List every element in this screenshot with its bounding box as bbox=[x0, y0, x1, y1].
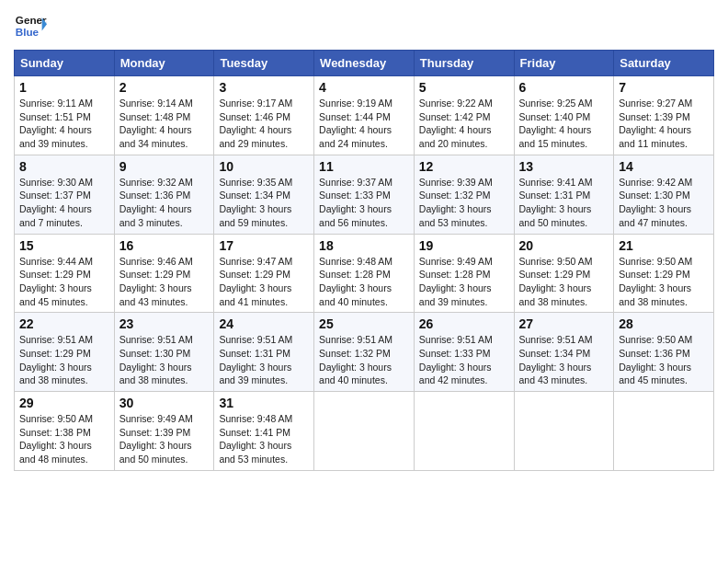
logo-icon: General Blue bbox=[14, 9, 47, 42]
calendar-cell bbox=[514, 392, 614, 471]
calendar-cell: 11Sunrise: 9:37 AM Sunset: 1:33 PM Dayli… bbox=[314, 155, 415, 234]
weekday-header-wednesday: Wednesday bbox=[314, 51, 415, 76]
logo: General Blue bbox=[14, 9, 47, 42]
day-number: 19 bbox=[419, 238, 509, 253]
calendar-cell bbox=[614, 392, 714, 471]
day-info: Sunrise: 9:35 AM Sunset: 1:34 PM Dayligh… bbox=[219, 176, 309, 230]
weekday-header-thursday: Thursday bbox=[414, 51, 514, 76]
day-info: Sunrise: 9:27 AM Sunset: 1:39 PM Dayligh… bbox=[619, 97, 709, 151]
day-number: 15 bbox=[19, 238, 109, 253]
weekday-header-sunday: Sunday bbox=[15, 51, 115, 76]
calendar-cell: 28Sunrise: 9:50 AM Sunset: 1:36 PM Dayli… bbox=[614, 313, 714, 392]
calendar-cell: 9Sunrise: 9:32 AM Sunset: 1:36 PM Daylig… bbox=[114, 155, 214, 234]
day-number: 2 bbox=[119, 80, 210, 95]
weekday-header-saturday: Saturday bbox=[614, 51, 714, 76]
day-number: 25 bbox=[319, 316, 409, 331]
calendar-cell: 2Sunrise: 9:14 AM Sunset: 1:48 PM Daylig… bbox=[114, 76, 214, 155]
day-info: Sunrise: 9:11 AM Sunset: 1:51 PM Dayligh… bbox=[19, 97, 109, 151]
day-number: 30 bbox=[119, 396, 210, 410]
day-info: Sunrise: 9:50 AM Sunset: 1:38 PM Dayligh… bbox=[19, 412, 109, 466]
day-info: Sunrise: 9:30 AM Sunset: 1:37 PM Dayligh… bbox=[19, 176, 109, 230]
calendar-cell: 20Sunrise: 9:50 AM Sunset: 1:29 PM Dayli… bbox=[514, 234, 614, 313]
calendar-cell: 19Sunrise: 9:49 AM Sunset: 1:28 PM Dayli… bbox=[414, 234, 514, 313]
page-header: General Blue bbox=[14, 9, 714, 42]
calendar-cell bbox=[414, 392, 514, 471]
day-number: 11 bbox=[319, 159, 409, 174]
day-info: Sunrise: 9:50 AM Sunset: 1:29 PM Dayligh… bbox=[519, 255, 609, 309]
day-number: 4 bbox=[319, 80, 409, 95]
day-info: Sunrise: 9:51 AM Sunset: 1:32 PM Dayligh… bbox=[319, 333, 409, 387]
day-info: Sunrise: 9:51 AM Sunset: 1:34 PM Dayligh… bbox=[519, 333, 609, 387]
calendar-cell: 4Sunrise: 9:19 AM Sunset: 1:44 PM Daylig… bbox=[314, 76, 415, 155]
day-number: 18 bbox=[319, 238, 409, 253]
day-number: 6 bbox=[519, 80, 609, 95]
day-number: 28 bbox=[619, 316, 709, 331]
day-number: 5 bbox=[419, 80, 509, 95]
svg-text:Blue: Blue bbox=[16, 26, 40, 38]
day-info: Sunrise: 9:44 AM Sunset: 1:29 PM Dayligh… bbox=[19, 255, 109, 309]
calendar-cell: 15Sunrise: 9:44 AM Sunset: 1:29 PM Dayli… bbox=[15, 234, 115, 313]
weekday-header-friday: Friday bbox=[514, 51, 614, 76]
calendar-cell: 13Sunrise: 9:41 AM Sunset: 1:31 PM Dayli… bbox=[514, 155, 614, 234]
calendar-cell: 23Sunrise: 9:51 AM Sunset: 1:30 PM Dayli… bbox=[114, 313, 214, 392]
day-info: Sunrise: 9:32 AM Sunset: 1:36 PM Dayligh… bbox=[119, 176, 210, 230]
calendar-cell: 6Sunrise: 9:25 AM Sunset: 1:40 PM Daylig… bbox=[514, 76, 614, 155]
calendar-cell: 12Sunrise: 9:39 AM Sunset: 1:32 PM Dayli… bbox=[414, 155, 514, 234]
day-info: Sunrise: 9:51 AM Sunset: 1:31 PM Dayligh… bbox=[219, 333, 309, 387]
calendar-week-row: 22Sunrise: 9:51 AM Sunset: 1:29 PM Dayli… bbox=[15, 313, 714, 392]
day-info: Sunrise: 9:48 AM Sunset: 1:41 PM Dayligh… bbox=[219, 412, 309, 466]
day-info: Sunrise: 9:42 AM Sunset: 1:30 PM Dayligh… bbox=[619, 176, 709, 230]
day-info: Sunrise: 9:51 AM Sunset: 1:33 PM Dayligh… bbox=[419, 333, 509, 387]
calendar-week-row: 29Sunrise: 9:50 AM Sunset: 1:38 PM Dayli… bbox=[15, 392, 714, 471]
day-info: Sunrise: 9:47 AM Sunset: 1:29 PM Dayligh… bbox=[219, 255, 309, 309]
day-number: 23 bbox=[119, 316, 210, 331]
day-info: Sunrise: 9:37 AM Sunset: 1:33 PM Dayligh… bbox=[319, 176, 409, 230]
day-info: Sunrise: 9:41 AM Sunset: 1:31 PM Dayligh… bbox=[519, 176, 609, 230]
calendar-cell: 3Sunrise: 9:17 AM Sunset: 1:46 PM Daylig… bbox=[214, 76, 314, 155]
day-info: Sunrise: 9:19 AM Sunset: 1:44 PM Dayligh… bbox=[319, 97, 409, 151]
day-info: Sunrise: 9:22 AM Sunset: 1:42 PM Dayligh… bbox=[419, 97, 509, 151]
weekday-header-row: SundayMondayTuesdayWednesdayThursdayFrid… bbox=[15, 51, 714, 76]
calendar-cell: 29Sunrise: 9:50 AM Sunset: 1:38 PM Dayli… bbox=[15, 392, 115, 471]
day-number: 9 bbox=[119, 159, 210, 174]
calendar-cell: 31Sunrise: 9:48 AM Sunset: 1:41 PM Dayli… bbox=[214, 392, 314, 471]
calendar-cell: 14Sunrise: 9:42 AM Sunset: 1:30 PM Dayli… bbox=[614, 155, 714, 234]
calendar-cell: 25Sunrise: 9:51 AM Sunset: 1:32 PM Dayli… bbox=[314, 313, 415, 392]
day-info: Sunrise: 9:49 AM Sunset: 1:28 PM Dayligh… bbox=[419, 255, 509, 309]
calendar-week-row: 1Sunrise: 9:11 AM Sunset: 1:51 PM Daylig… bbox=[15, 76, 714, 155]
day-info: Sunrise: 9:48 AM Sunset: 1:28 PM Dayligh… bbox=[319, 255, 409, 309]
weekday-header-monday: Monday bbox=[114, 51, 214, 76]
calendar-cell: 22Sunrise: 9:51 AM Sunset: 1:29 PM Dayli… bbox=[15, 313, 115, 392]
calendar-cell: 16Sunrise: 9:46 AM Sunset: 1:29 PM Dayli… bbox=[114, 234, 214, 313]
day-number: 27 bbox=[519, 316, 609, 331]
calendar-body: 1Sunrise: 9:11 AM Sunset: 1:51 PM Daylig… bbox=[15, 76, 714, 471]
day-info: Sunrise: 9:14 AM Sunset: 1:48 PM Dayligh… bbox=[119, 97, 210, 151]
day-number: 20 bbox=[519, 238, 609, 253]
calendar-week-row: 8Sunrise: 9:30 AM Sunset: 1:37 PM Daylig… bbox=[15, 155, 714, 234]
day-number: 13 bbox=[519, 159, 609, 174]
calendar-cell: 8Sunrise: 9:30 AM Sunset: 1:37 PM Daylig… bbox=[15, 155, 115, 234]
day-number: 31 bbox=[219, 396, 309, 410]
day-number: 29 bbox=[19, 396, 109, 410]
day-number: 14 bbox=[619, 159, 709, 174]
day-number: 10 bbox=[219, 159, 309, 174]
day-number: 21 bbox=[619, 238, 709, 253]
calendar-cell: 1Sunrise: 9:11 AM Sunset: 1:51 PM Daylig… bbox=[15, 76, 115, 155]
day-info: Sunrise: 9:50 AM Sunset: 1:29 PM Dayligh… bbox=[619, 255, 709, 309]
day-number: 12 bbox=[419, 159, 509, 174]
day-number: 26 bbox=[419, 316, 509, 331]
day-number: 8 bbox=[19, 159, 109, 174]
weekday-header-tuesday: Tuesday bbox=[214, 51, 314, 76]
calendar-table: SundayMondayTuesdayWednesdayThursdayFrid… bbox=[14, 50, 714, 471]
calendar-cell: 21Sunrise: 9:50 AM Sunset: 1:29 PM Dayli… bbox=[614, 234, 714, 313]
day-number: 22 bbox=[19, 316, 109, 331]
calendar-cell: 17Sunrise: 9:47 AM Sunset: 1:29 PM Dayli… bbox=[214, 234, 314, 313]
calendar-cell: 7Sunrise: 9:27 AM Sunset: 1:39 PM Daylig… bbox=[614, 76, 714, 155]
day-info: Sunrise: 9:17 AM Sunset: 1:46 PM Dayligh… bbox=[219, 97, 309, 151]
day-info: Sunrise: 9:51 AM Sunset: 1:29 PM Dayligh… bbox=[19, 333, 109, 387]
day-number: 17 bbox=[219, 238, 309, 253]
calendar-cell: 24Sunrise: 9:51 AM Sunset: 1:31 PM Dayli… bbox=[214, 313, 314, 392]
calendar-cell: 5Sunrise: 9:22 AM Sunset: 1:42 PM Daylig… bbox=[414, 76, 514, 155]
calendar-cell bbox=[314, 392, 415, 471]
day-info: Sunrise: 9:51 AM Sunset: 1:30 PM Dayligh… bbox=[119, 333, 210, 387]
